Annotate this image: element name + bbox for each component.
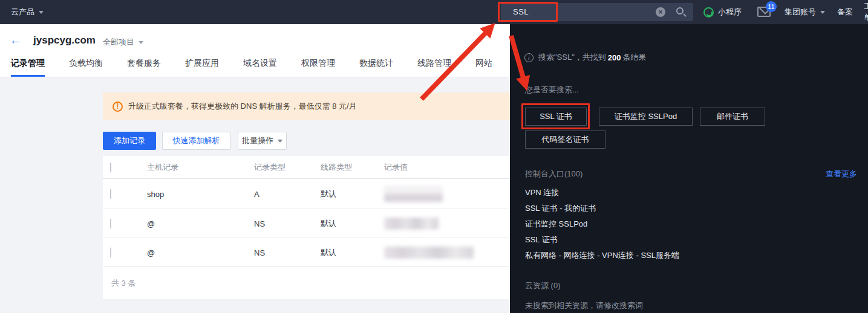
- annotation-box-ssl-cert: [521, 103, 590, 129]
- search-result-summary: i 搜索"SSL"，共找到 200 条结果: [524, 52, 647, 63]
- result-summary-prefix: 搜索"SSL"，共找到: [538, 52, 606, 63]
- console-entry-vpn[interactable]: VPN 连接: [525, 187, 559, 198]
- suggest-button-code-sign-cert[interactable]: 代码签名证书: [525, 131, 605, 149]
- table-header-row: 主机记录 记录类型 线路类型 记录值: [103, 156, 510, 179]
- record-type: A: [254, 189, 259, 198]
- info-icon: i: [524, 53, 534, 62]
- record-type: NS: [254, 219, 265, 228]
- console-entry-vpc-ssl[interactable]: 私有网络 - 网络连接 - VPN连接 - SSL服务端: [525, 250, 679, 261]
- project-filter-dropdown[interactable]: 全部项目: [103, 37, 143, 48]
- icp-filing-link[interactable]: 备案: [837, 0, 853, 24]
- column-header-host: 主机记录: [147, 162, 178, 173]
- back-icon[interactable]: ←: [10, 34, 21, 47]
- redacted-record-value: [384, 186, 443, 202]
- clipped-menu-item[interactable]: 工单: [864, 0, 868, 24]
- tab-permissions[interactable]: 权限管理: [301, 58, 335, 77]
- console-section-title: 控制台入口(100): [525, 169, 582, 179]
- quick-add-button[interactable]: 快速添加解析: [162, 132, 230, 150]
- icp-filing-label: 备案: [837, 7, 853, 18]
- record-host: shop: [147, 189, 164, 198]
- mini-program-icon: [703, 7, 714, 18]
- chevron-down-icon: [39, 11, 44, 14]
- table-footer: 共 3 条: [103, 266, 510, 299]
- redacted-record-value: [384, 218, 439, 230]
- row-checkbox[interactable]: [110, 218, 111, 228]
- tab-website[interactable]: 网站: [475, 58, 492, 77]
- table-row[interactable]: @ NS 默认: [103, 208, 510, 237]
- result-summary-suffix: 条结果: [623, 52, 647, 63]
- domain-title: jyspcyg.com: [33, 34, 96, 47]
- chevron-down-icon: [139, 41, 143, 44]
- console-entry-my-certs[interactable]: SSL 证书 - 我的证书: [525, 203, 596, 214]
- result-count: 200: [608, 53, 621, 62]
- record-host: @: [147, 219, 155, 228]
- record-line: 默认: [321, 218, 336, 229]
- table-row[interactable]: @ NS 默认: [103, 237, 510, 266]
- tab-load-balancing[interactable]: 负载均衡: [69, 58, 103, 77]
- tab-bar: 记录管理 负载均衡 套餐服务 扩展应用 域名设置 权限管理 数据统计 线路管理 …: [11, 58, 492, 77]
- mini-program-menu[interactable]: 小程序: [703, 0, 742, 24]
- upgrade-banner: ! 升级正式版套餐，获得更极致的 DNS 解析服务，最低仅需 8 元/月: [103, 92, 510, 120]
- page-header: ← jyspcyg.com 全部项目 记录管理 负载均衡 套餐服务 扩展应用 域…: [0, 24, 510, 77]
- messages-button[interactable]: 11: [757, 7, 771, 17]
- tab-record-management[interactable]: 记录管理: [11, 58, 45, 77]
- dns-record-table: 主机记录 记录类型 线路类型 记录值 shop A 默认 @ NS 默认 @ N…: [103, 156, 510, 299]
- record-line: 默认: [321, 189, 336, 199]
- batch-actions-dropdown[interactable]: 批量操作: [238, 132, 287, 150]
- search-results-panel: i 搜索"SSL"，共找到 200 条结果 您是否要搜索... SSL 证书 证…: [510, 24, 868, 313]
- suggest-button-sslpod[interactable]: 证书监控 SSLPod: [599, 108, 693, 126]
- search-icon[interactable]: [676, 7, 684, 15]
- row-checkbox[interactable]: [110, 189, 111, 199]
- resource-section-title: 云资源 (0): [525, 280, 561, 291]
- tab-statistics[interactable]: 数据统计: [359, 58, 393, 77]
- mini-program-label: 小程序: [718, 7, 742, 18]
- record-host: @: [147, 248, 155, 257]
- group-account-menu[interactable]: 集团账号: [785, 0, 825, 24]
- column-header-type: 记录类型: [254, 162, 286, 173]
- warning-icon: !: [113, 102, 123, 112]
- resource-empty-text: 未搜索到相关资源，请修改搜索词: [525, 300, 643, 311]
- clear-search-icon[interactable]: ×: [656, 7, 665, 17]
- tab-domain-settings[interactable]: 域名设置: [243, 58, 277, 77]
- chevron-down-icon: [278, 140, 282, 143]
- cloud-products-label: 云产品: [11, 7, 34, 18]
- total-count-text: 共 3 条: [111, 278, 135, 289]
- column-header-value: 记录值: [384, 162, 408, 173]
- add-record-button[interactable]: 添加记录: [103, 132, 156, 150]
- record-line: 默认: [321, 247, 336, 258]
- group-account-label: 集团账号: [785, 7, 816, 18]
- chevron-down-icon: [820, 11, 825, 14]
- annotation-box-search: [498, 2, 558, 22]
- upgrade-banner-text: 升级正式版套餐，获得更极致的 DNS 解析服务，最低仅需 8 元/月: [128, 101, 357, 112]
- row-checkbox[interactable]: [110, 247, 111, 257]
- tab-extensions[interactable]: 扩展应用: [185, 58, 219, 77]
- cloud-products-menu[interactable]: 云产品: [11, 0, 44, 24]
- select-all-checkbox[interactable]: [110, 162, 111, 172]
- page: 云产品 SSL × 小程序 11 集团账号 备案 工单 ← jysp: [0, 0, 868, 313]
- topbar: 云产品 SSL × 小程序 11 集团账号 备案 工单: [0, 0, 868, 24]
- column-header-line: 线路类型: [321, 162, 352, 173]
- suggest-button-mail-cert[interactable]: 邮件证书: [700, 108, 765, 126]
- console-entry-sslpod[interactable]: 证书监控 SSLPod: [525, 219, 587, 230]
- record-type: NS: [254, 248, 265, 257]
- view-more-link[interactable]: 查看更多: [826, 169, 857, 179]
- console-entry-ssl-cert[interactable]: SSL 证书: [525, 234, 558, 245]
- table-row[interactable]: shop A 默认: [103, 179, 510, 208]
- tab-plan-service[interactable]: 套餐服务: [127, 58, 161, 77]
- message-count-badge: 11: [766, 1, 777, 12]
- redacted-record-value: [384, 247, 474, 259]
